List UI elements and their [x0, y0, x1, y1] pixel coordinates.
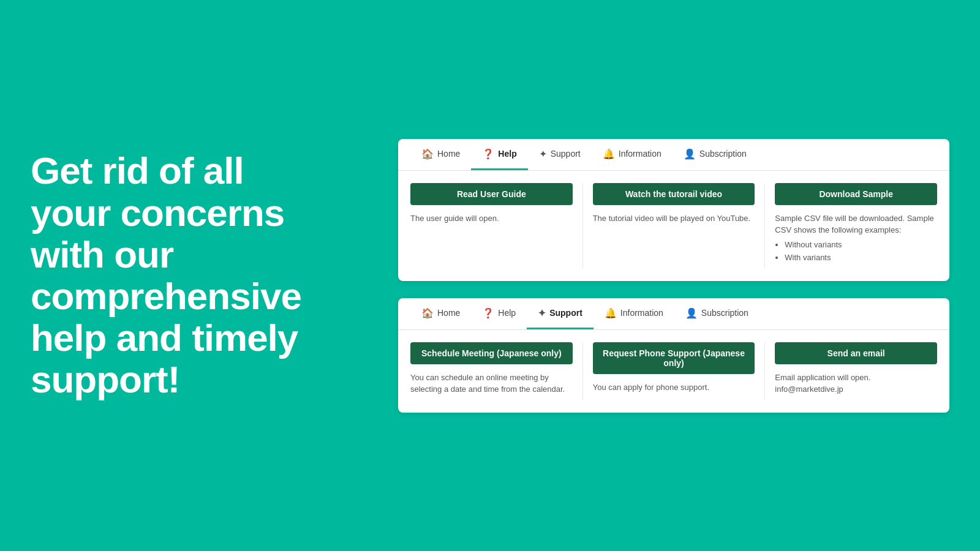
help-card: 🏠 Home ❓ Help ✦ Support 🔔 Information 👤 …	[398, 139, 949, 281]
read-user-guide-button[interactable]: Read User Guide	[410, 183, 573, 205]
card1-nav: 🏠 Home ❓ Help ✦ Support 🔔 Information 👤 …	[398, 139, 949, 171]
list-item: Without variants	[785, 239, 937, 251]
watch-video-button[interactable]: Watch the tutorail video	[593, 183, 755, 205]
card2-phone-desc: You can apply for phone support.	[593, 381, 755, 394]
card1-section-guide: Read User Guide The user guide will open…	[410, 183, 583, 269]
support-card: 🏠 Home ❓ Help ✦ Support 🔔 Information 👤 …	[398, 298, 949, 413]
nav-help-2[interactable]: ❓ Help	[471, 298, 527, 329]
card1-body: Read User Guide The user guide will open…	[398, 171, 949, 281]
help-icon-1: ❓	[482, 148, 494, 160]
help-icon-2: ❓	[482, 307, 494, 319]
home-icon-2: 🏠	[421, 307, 434, 319]
card1-download-desc: Sample CSV file will be downloaded. Samp…	[775, 212, 937, 264]
nav-information-2[interactable]: 🔔 Information	[594, 298, 674, 329]
card2-section-meeting: Schedule Meeting (Japanese only) You can…	[410, 342, 583, 400]
card1-download-list: Without variants With variants	[785, 239, 937, 264]
account-icon-1: 👤	[684, 148, 696, 160]
send-email-button[interactable]: Send an email	[775, 342, 937, 364]
card2-section-email: Send an email Email application will ope…	[775, 342, 937, 400]
card2-body: Schedule Meeting (Japanese only) You can…	[398, 330, 949, 413]
nav-home-2[interactable]: 🏠 Home	[410, 298, 471, 329]
card2-email-desc: Email application will open. info@market…	[775, 372, 937, 395]
support-icon-1: ✦	[539, 148, 547, 160]
nav-subscription-1[interactable]: 👤 Subscription	[673, 139, 758, 170]
card2-section-phone: Request Phone Support (Japanese only) Yo…	[593, 342, 766, 400]
list-item: With variants	[785, 252, 937, 264]
nav-support-1[interactable]: ✦ Support	[528, 139, 592, 170]
schedule-meeting-button[interactable]: Schedule Meeting (Japanese only)	[410, 342, 573, 364]
card1-video-desc: The tutorial video will be played on You…	[593, 212, 755, 225]
account-icon-2: 👤	[685, 307, 698, 319]
nav-subscription-2[interactable]: 👤 Subscription	[674, 298, 760, 329]
nav-support-2[interactable]: ✦ Support	[527, 298, 594, 329]
bell-icon-1: 🔔	[603, 148, 615, 160]
card2-meeting-desc: You can schedule an online meeting by se…	[410, 372, 573, 395]
request-phone-support-button[interactable]: Request Phone Support (Japanese only)	[593, 342, 755, 374]
card1-section-video: Watch the tutorail video The tutorial vi…	[593, 183, 766, 269]
support-icon-2: ✦	[538, 307, 546, 319]
nav-home-1[interactable]: 🏠 Home	[410, 139, 471, 170]
nav-help-1[interactable]: ❓ Help	[471, 139, 527, 170]
bell-icon-2: 🔔	[605, 307, 617, 319]
nav-information-1[interactable]: 🔔 Information	[592, 139, 673, 170]
hero-text: Get rid of all your concerns with our co…	[31, 150, 301, 400]
home-icon-1: 🏠	[421, 148, 434, 160]
card2-nav: 🏠 Home ❓ Help ✦ Support 🔔 Information 👤 …	[398, 298, 949, 330]
download-sample-button[interactable]: Download Sample	[775, 183, 937, 205]
left-panel: Get rid of all your concerns with our co…	[0, 0, 380, 551]
card1-guide-desc: The user guide will open.	[410, 212, 573, 225]
right-panel: 🏠 Home ❓ Help ✦ Support 🔔 Information 👤 …	[380, 0, 980, 551]
card1-section-download: Download Sample Sample CSV file will be …	[775, 183, 937, 269]
